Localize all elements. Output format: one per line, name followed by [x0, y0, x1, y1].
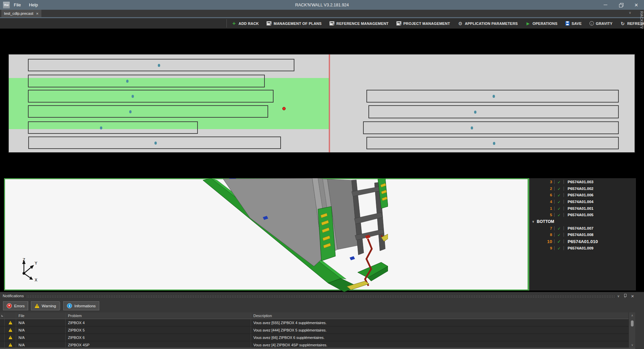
- tab-test-cdlp-precast[interactable]: test_cdlp.precast: [1, 10, 41, 17]
- notifications-drag-texture[interactable]: [26, 295, 614, 298]
- titlebar: Rw FileHelp RACK'N'WALL V3.2.181.924: [0, 0, 644, 10]
- rack-center-dot: [158, 64, 160, 67]
- filter-button-errors[interactable]: Errors: [3, 301, 28, 310]
- filter-label: Errors: [14, 304, 25, 308]
- scroll-up-icon[interactable]: [629, 314, 636, 317]
- filter-button-informations[interactable]: Informations: [63, 301, 99, 310]
- rack-center-dot: [154, 142, 157, 145]
- notifications-chevron-down-icon[interactable]: [616, 293, 621, 299]
- toolbar-button-operations[interactable]: OPERATIONS: [526, 21, 558, 26]
- close-icon[interactable]: [629, 0, 644, 10]
- row-icon-cell: [5, 334, 16, 341]
- toolbar-button-reference-management[interactable]: REFERENCE MANAGEMENT: [329, 21, 389, 26]
- warning-icon: [8, 336, 12, 339]
- menu-help[interactable]: Help: [25, 0, 42, 10]
- right-rack[interactable]: [363, 121, 619, 134]
- part-list-item[interactable]: 7P6574A01.007: [529, 225, 636, 232]
- tab-close-icon[interactable]: [36, 10, 39, 16]
- part-number: 1: [543, 206, 552, 210]
- list-separator: [564, 180, 564, 184]
- cell-problem: ZIPBOX 6: [66, 334, 251, 341]
- notifications-close-icon[interactable]: [630, 293, 635, 299]
- column-header-problem[interactable]: Problem: [66, 312, 251, 319]
- list-separator: [554, 239, 554, 243]
- part-name: P6574A01.003: [568, 180, 594, 184]
- scroll-down-icon[interactable]: [629, 343, 636, 347]
- left-rack[interactable]: [28, 90, 274, 103]
- toolbar-button-label: APPLICATION PARAMETERS: [465, 22, 517, 26]
- notifications-pin-icon[interactable]: [622, 293, 628, 299]
- left-rack[interactable]: [28, 59, 294, 71]
- toolbar-button-save[interactable]: SAVE: [565, 21, 582, 26]
- minimize-icon[interactable]: [598, 0, 613, 10]
- warning-icon: [8, 343, 12, 346]
- right-rack[interactable]: [368, 105, 619, 118]
- rack-center-dot: [474, 111, 476, 114]
- plan-2d-view[interactable]: [8, 54, 635, 153]
- part-list-item[interactable]: 1P6574A01.001: [529, 205, 636, 212]
- corner-triangle-icon: [1, 315, 3, 317]
- rack-center-dot: [132, 95, 134, 98]
- part-list-item[interactable]: 5P6574A01.005: [529, 211, 636, 218]
- axis-triad: Z Y X: [14, 257, 43, 283]
- check-icon: [557, 205, 562, 211]
- table-corner-cell[interactable]: [0, 312, 5, 319]
- part-number: 8: [543, 233, 552, 237]
- scroll-thumb[interactable]: [631, 320, 634, 326]
- part-list-group-bottom[interactable]: BOTTOM: [529, 218, 636, 225]
- row-selector-cell[interactable]: [0, 341, 5, 348]
- toolbar-button-label: OPERATIONS: [533, 22, 558, 26]
- tab-label: test_cdlp.precast: [4, 11, 33, 15]
- part-name: P6574A01.010: [568, 239, 598, 244]
- cut-line: [329, 54, 330, 152]
- part-list-item[interactable]: 8P6574A01.008: [529, 232, 636, 238]
- tab-overflow-chevron-icon[interactable]: [629, 11, 631, 14]
- part-list-item[interactable]: 9P6574A01.009: [529, 245, 636, 251]
- row-icon-cell: [5, 319, 16, 326]
- cell-file: N/A: [16, 326, 66, 334]
- notifications-horizontal-scrollbar[interactable]: [0, 348, 635, 349]
- right-rack[interactable]: [366, 137, 619, 149]
- window-title: RACK'N'WALL V3.2.181.924: [0, 3, 644, 7]
- left-rack[interactable]: [28, 121, 198, 134]
- list-separator: [564, 193, 564, 197]
- toolbar-button-label: MANAGEMENT OF PLANS: [274, 22, 322, 26]
- notification-row[interactable]: N/AZIPBOX 6Vous avez [66] ZIPBOX 6 suppl…: [0, 334, 629, 341]
- restore-icon[interactable]: [613, 0, 629, 10]
- left-rack[interactable]: [28, 75, 265, 87]
- cell-file: N/A: [16, 319, 66, 326]
- left-rack[interactable]: [28, 105, 268, 118]
- row-selector-cell[interactable]: [0, 334, 5, 341]
- toolbar-button-gravity[interactable]: GRAVITY: [589, 21, 612, 26]
- list-separator: [564, 187, 564, 191]
- toolbar-button-project-management[interactable]: PROJECT MANAGEMENT: [396, 21, 450, 26]
- part-list-item[interactable]: 4P6574A01.004: [529, 198, 636, 205]
- toolbar-button-application-parameters[interactable]: APPLICATION PARAMETERS: [458, 21, 517, 26]
- part-list-panel: 3P6574A01.0032P6574A01.0026P6574A01.0064…: [529, 178, 636, 290]
- header-icon-cell: [5, 312, 16, 319]
- toolbar-button-add-rack[interactable]: ADD RACK: [231, 21, 259, 26]
- notification-row[interactable]: N/AZIPBOX 4Vous avez [555] ZIPBOX 4 supp…: [0, 319, 629, 326]
- viewport-3d[interactable]: Z Y X: [4, 178, 529, 290]
- part-list-item[interactable]: 6P6574A01.006: [529, 192, 636, 198]
- list-separator: [564, 206, 564, 210]
- part-list-item[interactable]: 10P6574A01.010: [529, 238, 636, 245]
- notification-row[interactable]: N/AZIPBOX 5Vous avez [444] ZIPBOX 5 supp…: [0, 326, 629, 334]
- cell-file: N/A: [16, 334, 66, 341]
- menu-file[interactable]: File: [10, 0, 25, 10]
- part-list-item[interactable]: 2P6574A01.002: [529, 185, 636, 192]
- menubar: FileHelp: [10, 0, 42, 10]
- column-header-description[interactable]: Description: [251, 312, 629, 319]
- part-name: P6574A01.005: [568, 213, 594, 217]
- toolbar-button-management-of-plans[interactable]: MANAGEMENT OF PLANS: [266, 21, 322, 26]
- check-icon: [557, 192, 562, 198]
- row-selector-cell[interactable]: [0, 319, 5, 326]
- toolbar-button-label: ADD RACK: [239, 22, 259, 26]
- filter-button-warning[interactable]: Warning: [31, 301, 60, 310]
- column-header-file[interactable]: File: [16, 312, 66, 319]
- group-label: BOTTOM: [537, 219, 554, 224]
- part-list-item[interactable]: 3P6574A01.003: [529, 179, 636, 185]
- notifications-table-scrollbar[interactable]: [629, 312, 635, 349]
- window-controls: [598, 0, 644, 10]
- row-selector-cell[interactable]: [0, 326, 5, 334]
